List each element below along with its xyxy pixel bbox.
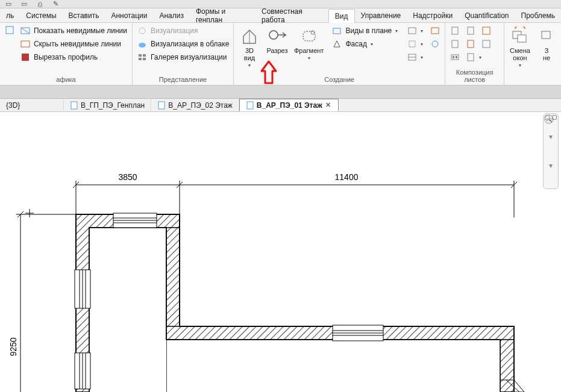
panel-title-windows xyxy=(507,75,559,85)
3d-view-label: 3D вид xyxy=(244,47,255,61)
close-hidden-label: З не xyxy=(543,47,550,61)
tab-label: В_АР_ПЭ_01 Этаж xyxy=(257,101,322,110)
render-cloud-label: Визуализация в облаке xyxy=(151,40,229,48)
svg-rect-38 xyxy=(158,102,165,109)
close-tab-button[interactable]: ✕ xyxy=(325,102,332,109)
show-hidden-icon xyxy=(20,26,30,36)
menu-systems[interactable]: Системы xyxy=(20,8,62,22)
svg-rect-22 xyxy=(431,28,439,34)
qat-icon[interactable]: ⎙ xyxy=(35,1,45,8)
sheet-btn-8[interactable]: ▾ xyxy=(463,51,484,64)
menu-massing[interactable]: Формы и генплан xyxy=(190,8,255,22)
qat-icon[interactable]: ▭ xyxy=(19,1,29,8)
spacer-bar xyxy=(0,86,561,99)
switch-windows-icon xyxy=(510,26,530,46)
menu-annotate[interactable]: Аннотации xyxy=(105,8,153,22)
close-hidden-icon xyxy=(537,26,556,46)
elevation-button[interactable]: Фасад ▾ xyxy=(330,37,400,51)
menu-manage[interactable]: Управление xyxy=(355,8,407,22)
qat-icon[interactable]: ▭ xyxy=(4,1,13,8)
house-3d-icon xyxy=(240,26,259,46)
creation-small-2[interactable]: ▾ xyxy=(405,37,425,51)
dropdown-icon: ▾ xyxy=(308,55,310,62)
tab-label: В_АР_ПЭ_02 Этаж xyxy=(168,101,233,110)
plan-views-label: Виды в плане xyxy=(345,26,392,35)
creation-small-3[interactable]: ▾ xyxy=(405,51,425,64)
small-icon xyxy=(407,26,417,36)
menu-file-trunc[interactable]: ль xyxy=(0,8,20,22)
floor-plan-drawing: 3850 11400 9250 xyxy=(0,112,561,392)
qat-icon[interactable]: ✎ xyxy=(51,1,60,8)
sheet-btn-1[interactable] xyxy=(448,24,462,37)
section-button[interactable]: Разрез xyxy=(264,24,290,55)
graphics-icon[interactable] xyxy=(5,25,14,35)
dropdown-icon: ▾ xyxy=(371,42,373,47)
menu-view[interactable]: Вид xyxy=(328,9,355,23)
switch-windows-button[interactable]: Смена окон ▾ xyxy=(507,24,533,70)
svg-rect-58 xyxy=(89,228,166,392)
sheet-btn-5[interactable] xyxy=(463,37,478,51)
cut-profile-button[interactable]: Вырезать профиль xyxy=(18,51,130,64)
hide-hidden-icon xyxy=(20,39,30,49)
creation-small-4[interactable] xyxy=(428,24,442,37)
tab-genplan[interactable]: В_ГП_ПЭ_Генплан xyxy=(64,99,151,111)
render-button: Визуализация xyxy=(135,24,231,37)
document-tabs: {3D} В_ГП_ПЭ_Генплан В_АР_ПЭ_02 Этаж В_А… xyxy=(0,99,561,112)
hide-hidden-lines-button[interactable]: Скрыть невидимые линии xyxy=(18,37,130,51)
menu-addins[interactable]: Надстройки xyxy=(407,8,459,22)
small-icon xyxy=(450,52,460,62)
tab-floor2[interactable]: В_АР_ПЭ_02 Этаж xyxy=(151,99,239,111)
plan-views-button[interactable]: Виды в плане ▾ xyxy=(330,24,400,37)
render-gallery-icon xyxy=(137,52,147,62)
small-icon xyxy=(430,39,440,49)
render-label: Визуализация xyxy=(151,26,198,35)
show-hidden-label: Показать невидимые линии xyxy=(34,26,127,35)
render-icon xyxy=(137,26,147,36)
svg-rect-16 xyxy=(333,28,340,34)
show-hidden-lines-button[interactable]: Показать невидимые линии xyxy=(18,24,130,37)
svg-rect-28 xyxy=(468,40,474,48)
menu-collaborate[interactable]: Совместная работа xyxy=(255,8,328,22)
cut-profile-icon xyxy=(20,52,30,62)
doc-icon xyxy=(70,101,78,110)
small-icon xyxy=(407,39,417,49)
svg-rect-36 xyxy=(542,31,550,39)
small-icon xyxy=(466,26,475,36)
tab-3d[interactable]: {3D} xyxy=(0,99,64,111)
menu-insert[interactable]: Вставить xyxy=(63,8,105,22)
svg-rect-35 xyxy=(518,35,526,42)
svg-rect-27 xyxy=(452,40,458,48)
svg-rect-18 xyxy=(409,28,416,34)
panel-title-graphics: афика xyxy=(2,75,130,85)
switch-windows-label: Смена окон xyxy=(510,47,530,61)
svg-point-5 xyxy=(139,28,145,34)
svg-rect-30 xyxy=(451,55,459,60)
render-gallery-button[interactable]: Галерея визуализации xyxy=(135,51,231,64)
sheet-btn-2[interactable] xyxy=(463,24,478,37)
close-hidden-button[interactable]: З не xyxy=(534,24,559,63)
sheet-btn-6[interactable] xyxy=(479,37,494,51)
svg-rect-31 xyxy=(453,56,454,58)
creation-small-5[interactable] xyxy=(428,37,442,51)
menu-quantification[interactable]: Quantification xyxy=(459,8,515,22)
creation-small-1[interactable]: ▾ xyxy=(405,24,425,37)
svg-rect-26 xyxy=(483,27,490,34)
sheet-btn-3[interactable] xyxy=(479,24,494,37)
drawing-viewport[interactable]: 2D ▾ ▾ 3850 11400 xyxy=(0,112,561,392)
tab-floor1[interactable]: В_АР_ПЭ_01 Этаж ✕ xyxy=(239,99,339,111)
svg-rect-39 xyxy=(247,102,253,109)
svg-rect-14 xyxy=(303,31,315,41)
render-cloud-button[interactable]: Визуализация в облаке xyxy=(135,37,231,51)
svg-point-23 xyxy=(432,41,438,47)
sheet-btn-7[interactable] xyxy=(448,51,462,64)
menu-analyze[interactable]: Анализ xyxy=(153,8,190,22)
small-icon xyxy=(430,26,440,36)
sheet-btn-4[interactable] xyxy=(448,37,462,51)
section-icon xyxy=(268,26,287,46)
svg-rect-9 xyxy=(139,58,142,60)
svg-rect-32 xyxy=(456,56,457,58)
callout-label: Фрагмент xyxy=(294,47,324,54)
section-label: Разрез xyxy=(266,47,287,54)
menu-issues[interactable]: Проблемь xyxy=(515,8,561,22)
callout-button[interactable]: Фрагмент ▾ xyxy=(292,24,326,63)
